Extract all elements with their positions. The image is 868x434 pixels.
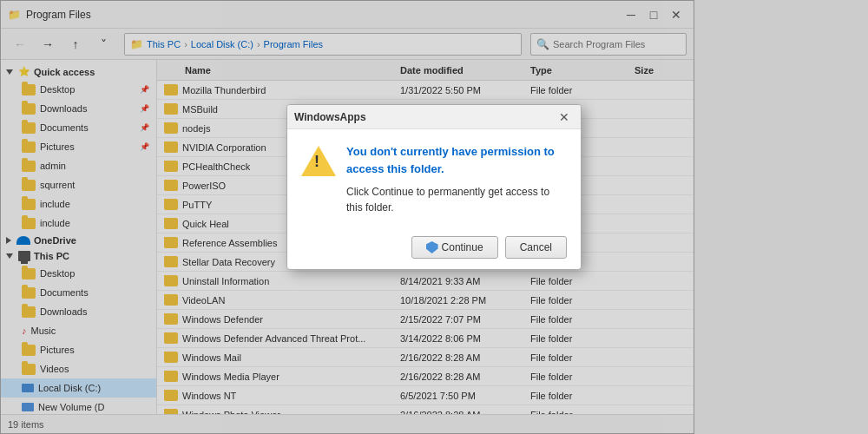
dialog-title-bar: WindowsApps ✕ [287,105,581,129]
continue-button[interactable]: Continue [411,236,498,259]
dialog-text: You don't currently have permission to a… [346,143,567,215]
dialog-sub-message: Click Continue to permanently get access… [346,184,567,215]
permission-dialog: WindowsApps ✕ You don't currently have p… [286,104,582,270]
cancel-button[interactable]: Cancel [505,236,567,259]
warning-icon [301,143,336,178]
dialog-overlay: WindowsApps ✕ You don't currently have p… [0,0,868,434]
dialog-body: You don't currently have permission to a… [287,129,581,229]
dialog-main-message: You don't currently have permission to a… [346,143,567,177]
continue-label: Continue [442,241,483,253]
shield-icon [426,241,438,253]
cancel-label: Cancel [520,241,552,253]
dialog-footer: Continue Cancel [287,229,581,269]
dialog-close-button[interactable]: ✕ [555,108,574,127]
warning-triangle [301,146,336,176]
dialog-title: WindowsApps [294,111,366,123]
